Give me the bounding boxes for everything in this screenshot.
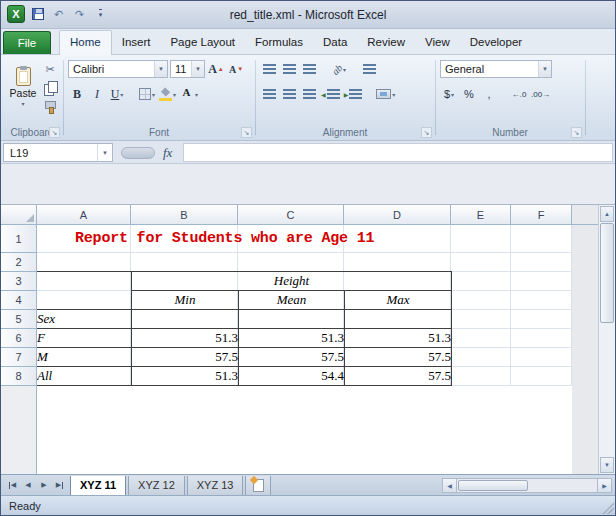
tab-review[interactable]: Review [357, 31, 415, 54]
column-header-e[interactable]: E [451, 205, 511, 225]
align-top-button[interactable] [260, 60, 278, 78]
last-sheet-button[interactable]: ▶ [52, 477, 68, 493]
comma-style-button[interactable]: , [480, 85, 498, 103]
row-header-1[interactable]: 1 [1, 225, 37, 253]
scroll-down-button[interactable]: ▼ [600, 457, 614, 473]
row-header-8[interactable]: 8 [1, 367, 37, 386]
column-header-b[interactable]: B [131, 205, 238, 225]
horizontal-scrollbar[interactable]: ◀ ▶ [442, 478, 612, 493]
paste-button[interactable]: Paste ▾ [7, 59, 39, 115]
orientation-button[interactable]: ab▾ [330, 60, 348, 78]
resize-grip[interactable] [602, 502, 614, 514]
merge-center-button[interactable]: ▾ [375, 85, 396, 103]
row-header-7[interactable]: 7 [1, 348, 37, 367]
table-stub-header-cell[interactable]: Sex [37, 310, 132, 329]
table-value-cell[interactable]: 54.4 [239, 367, 345, 386]
wrap-text-button[interactable] [360, 60, 378, 78]
align-middle-button[interactable] [280, 60, 298, 78]
cells-area[interactable]: Report for Students who are Age 11 Heigh… [37, 225, 572, 474]
borders-button[interactable]: ▾ [138, 85, 156, 103]
next-sheet-button[interactable]: ▶ [36, 477, 52, 493]
formula-input[interactable] [183, 143, 613, 162]
alignment-dialog-launcher[interactable]: ↘ [421, 127, 432, 138]
table-stat-header-max[interactable]: Max [345, 291, 452, 310]
insert-function-button[interactable]: fx [163, 145, 172, 161]
shrink-font-button[interactable]: A▼ [227, 60, 245, 78]
scroll-right-button[interactable]: ▶ [597, 479, 611, 492]
align-center-button[interactable] [280, 85, 298, 103]
row-header-2[interactable]: 2 [1, 253, 37, 272]
row-header-3[interactable]: 3 [1, 272, 37, 291]
sheet-tab-xyz-12[interactable]: XYZ 12 [128, 476, 185, 496]
table-value-cell[interactable]: 51.3 [239, 329, 345, 348]
tab-view[interactable]: View [415, 31, 460, 54]
font-color-button[interactable]: A▾ [179, 85, 199, 103]
table-blank-cell[interactable] [345, 310, 452, 329]
tab-data[interactable]: Data [313, 31, 357, 54]
table-row-label[interactable]: M [37, 348, 132, 367]
tab-home[interactable]: Home [59, 30, 112, 55]
table-value-cell[interactable]: 57.5 [345, 348, 452, 367]
align-left-button[interactable] [260, 85, 278, 103]
row-header-4[interactable]: 4 [1, 291, 37, 310]
table-blank-cell[interactable] [239, 310, 345, 329]
name-box[interactable]: L19 ▼ [3, 143, 113, 162]
column-header-c[interactable]: C [238, 205, 344, 225]
table-row-label[interactable]: F [37, 329, 132, 348]
row-header-6[interactable]: 6 [1, 329, 37, 348]
number-dialog-launcher[interactable]: ↘ [571, 127, 582, 138]
font-name-combo[interactable]: Calibri ▼ [68, 60, 168, 78]
first-sheet-button[interactable]: ◀ [4, 477, 20, 493]
table-value-cell[interactable]: 51.3 [345, 329, 452, 348]
file-tab[interactable]: File [3, 31, 51, 54]
table-stat-header-min[interactable]: Min [132, 291, 239, 310]
accounting-format-button[interactable]: $▾ [440, 85, 458, 103]
name-box-dropdown-icon[interactable]: ▼ [97, 144, 112, 161]
table-stat-header-mean[interactable]: Mean [239, 291, 345, 310]
sheet-tab-xyz-13[interactable]: XYZ 13 [187, 476, 244, 496]
tab-insert[interactable]: Insert [112, 31, 161, 54]
previous-sheet-button[interactable]: ◀ [20, 477, 36, 493]
cut-button[interactable]: ✂ [41, 60, 59, 78]
bold-button[interactable]: B [68, 85, 86, 103]
table-value-cell[interactable]: 57.5 [345, 367, 452, 386]
fill-color-button[interactable]: ▾ [158, 85, 177, 103]
table-value-cell[interactable]: 57.5 [132, 348, 239, 367]
format-painter-button[interactable] [41, 98, 59, 116]
table-value-cell[interactable]: 57.5 [239, 348, 345, 367]
table-blank-cell[interactable] [132, 310, 239, 329]
tab-formulas[interactable]: Formulas [245, 31, 313, 54]
table-row-label[interactable]: All [37, 367, 132, 386]
font-size-combo[interactable]: 11 ▼ [170, 60, 205, 78]
insert-worksheet-button[interactable] [245, 476, 271, 496]
select-all-corner[interactable] [1, 205, 37, 225]
scroll-up-button[interactable]: ▲ [600, 206, 614, 222]
italic-button[interactable]: I [88, 85, 106, 103]
decrease-indent-button[interactable]: ◀ [320, 85, 341, 103]
percent-style-button[interactable]: % [460, 85, 478, 103]
table-value-cell[interactable]: 51.3 [132, 329, 239, 348]
increase-decimal-button[interactable]: ←.0 [510, 85, 528, 103]
clipboard-dialog-launcher[interactable]: ↘ [49, 127, 60, 138]
vertical-scrollbar-thumb[interactable] [600, 223, 614, 323]
grow-font-button[interactable]: A▲ [207, 60, 225, 78]
column-header-f[interactable]: F [511, 205, 572, 225]
number-format-combo[interactable]: General ▼ [440, 60, 552, 78]
table-value-cell[interactable]: 51.3 [132, 367, 239, 386]
underline-button[interactable]: U▾ [108, 85, 126, 103]
align-right-button[interactable] [300, 85, 318, 103]
decrease-decimal-button[interactable]: .00→ [530, 85, 551, 103]
column-header-a[interactable]: A [37, 205, 131, 225]
report-title[interactable]: Report for Students who are Age 11 [75, 230, 374, 247]
tab-developer[interactable]: Developer [460, 31, 532, 54]
vertical-scrollbar[interactable]: ▲ ▼ [598, 205, 615, 474]
tab-page-layout[interactable]: Page Layout [160, 31, 245, 54]
column-header-d[interactable]: D [344, 205, 451, 225]
row-header-5[interactable]: 5 [1, 310, 37, 329]
table-span-header-cell[interactable]: Height [132, 272, 452, 291]
increase-indent-button[interactable]: ▶ [343, 85, 364, 103]
table-stub-corner-cell[interactable] [37, 272, 132, 310]
copy-button[interactable] [41, 79, 59, 97]
align-bottom-button[interactable] [300, 60, 318, 78]
horizontal-scrollbar-thumb[interactable] [458, 480, 528, 491]
